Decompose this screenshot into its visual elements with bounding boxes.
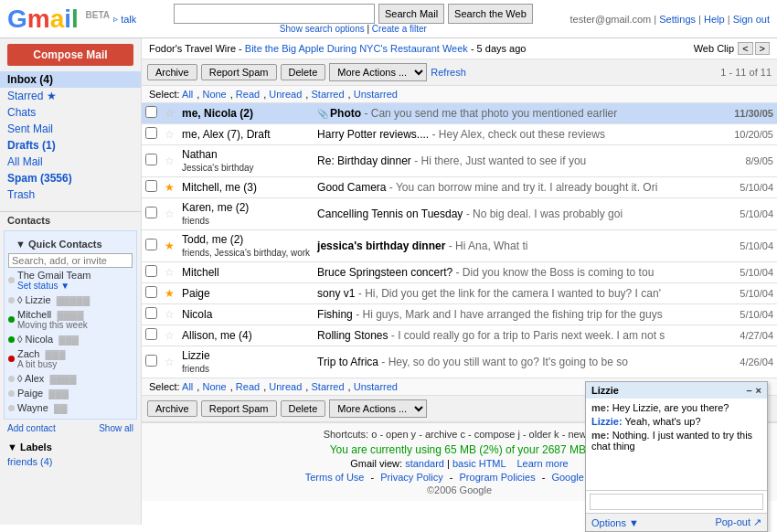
- table-row[interactable]: ☆ NathanJessica's birthday Re: Birthday …: [142, 145, 777, 177]
- labels-title[interactable]: ▼ Labels: [0, 439, 141, 455]
- email-subject[interactable]: Rolling Stones - I could really go for a…: [314, 325, 718, 346]
- table-row[interactable]: ★ Mitchell, me (3) Good Camera - You can…: [142, 177, 777, 198]
- search-mail-button[interactable]: Search Mail: [378, 4, 444, 24]
- email-star[interactable]: ★: [161, 230, 178, 262]
- email-checkbox[interactable]: [145, 207, 157, 218]
- email-checkbox[interactable]: [145, 355, 157, 367]
- email-checkbox[interactable]: [145, 328, 157, 340]
- email-star[interactable]: ☆: [161, 346, 178, 378]
- qc-item-zach[interactable]: Zach ▓▓▓ A bit busy: [8, 346, 133, 371]
- email-sender[interactable]: Karen, me (2)friends: [178, 198, 314, 230]
- email-subject[interactable]: jessica's birthday dinner - Hi Ana, What…: [314, 230, 718, 262]
- quick-contacts-search[interactable]: [8, 253, 133, 268]
- email-star[interactable]: ☆: [161, 103, 178, 124]
- table-row[interactable]: ☆ me, Nicola (2) 📎Photo - Can you send m…: [142, 103, 777, 124]
- sidebar-item-drafts[interactable]: Drafts (1): [0, 137, 141, 154]
- email-subject[interactable]: Cancelling Tennis on Tuesday - No big de…: [314, 198, 718, 230]
- refresh-link[interactable]: Refresh: [431, 67, 466, 78]
- sidebar-item-starred[interactable]: Starred ★: [0, 88, 141, 104]
- basic-html-link[interactable]: basic HTML: [452, 458, 506, 469]
- qc-item-gmailteam[interactable]: The Gmail Team Set status ▼: [8, 268, 133, 293]
- archive-button[interactable]: Archive: [147, 64, 197, 80]
- email-subject[interactable]: Good Camera - You can borrow mine and tr…: [314, 177, 718, 198]
- settings-link[interactable]: Settings: [659, 14, 696, 25]
- table-row[interactable]: ☆ Mitchell Bruce Springsteen concert? - …: [142, 262, 777, 283]
- standard-view-link[interactable]: standard: [405, 458, 444, 469]
- email-checkbox[interactable]: [145, 154, 157, 165]
- email-sender[interactable]: me, Nicola (2): [178, 103, 314, 124]
- email-subject[interactable]: 📎Photo - Can you send me that photo you …: [314, 103, 718, 124]
- email-sender[interactable]: Mitchell, me (3): [178, 177, 314, 198]
- add-contact-link[interactable]: Add contact: [7, 423, 56, 433]
- search-input[interactable]: [174, 4, 375, 24]
- report-spam-button-bottom[interactable]: Report Spam: [201, 400, 277, 417]
- report-spam-button[interactable]: Report Spam: [201, 64, 277, 80]
- sidebar-item-inbox[interactable]: Inbox (4): [0, 71, 141, 88]
- qc-item-nicola[interactable]: ◊ Nicola ▓▓▓: [8, 332, 133, 346]
- select-starred-link[interactable]: Starred: [311, 89, 344, 100]
- delete-button-bottom[interactable]: Delete: [281, 400, 326, 417]
- table-row[interactable]: ☆ Nicola Fishing - Hi guys, Mark and I h…: [142, 304, 777, 325]
- email-subject[interactable]: Re: Birthday dinner - Hi there, Just wan…: [314, 145, 718, 177]
- sidebar-item-allmail[interactable]: All Mail: [0, 154, 141, 170]
- talk-link[interactable]: ▹ talk: [113, 14, 136, 25]
- table-row[interactable]: ★ Paige sony v1 - Hi, Did you get the li…: [142, 283, 777, 304]
- email-star[interactable]: ☆: [161, 124, 178, 145]
- email-sender[interactable]: NathanJessica's birthday: [178, 145, 314, 177]
- email-star[interactable]: ☆: [161, 325, 178, 346]
- webclip-link[interactable]: Bite the Big Apple During NYC's Restaura…: [245, 43, 468, 54]
- chat-minimize-button[interactable]: –: [746, 385, 751, 396]
- contacts-link[interactable]: Contacts: [0, 211, 141, 229]
- more-actions-select[interactable]: More Actions ...: [329, 63, 427, 81]
- table-row[interactable]: ☆ me, Alex (7), Draft Harry Potter revie…: [142, 124, 777, 145]
- email-subject[interactable]: Fishing - Hi guys, Mark and I have arran…: [314, 304, 718, 325]
- email-sender[interactable]: Lizziefriends: [178, 346, 314, 378]
- chat-options-link[interactable]: Options ▼: [591, 517, 639, 528]
- select-none-link[interactable]: None: [202, 89, 226, 100]
- sidebar-item-spam[interactable]: Spam (3556): [0, 170, 141, 186]
- chat-input[interactable]: [590, 494, 763, 510]
- email-sender[interactable]: Nicola: [178, 304, 314, 325]
- email-checkbox[interactable]: [145, 286, 157, 298]
- email-sender[interactable]: Allison, me (4): [178, 325, 314, 346]
- email-checkbox[interactable]: [145, 127, 157, 139]
- label-friends[interactable]: friends (4): [0, 455, 141, 468]
- signout-link[interactable]: Sign out: [733, 14, 770, 25]
- email-checkbox[interactable]: [145, 106, 157, 118]
- table-row[interactable]: ☆ Allison, me (4) Rolling Stones - I cou…: [142, 325, 777, 346]
- select-all-link-bottom[interactable]: All: [182, 381, 193, 392]
- email-star[interactable]: ☆: [161, 145, 178, 177]
- show-all-link[interactable]: Show all: [99, 423, 133, 433]
- chat-close-button[interactable]: ×: [756, 385, 761, 396]
- email-checkbox[interactable]: [145, 239, 157, 250]
- select-unstarred-link[interactable]: Unstarred: [354, 89, 398, 100]
- privacy-link[interactable]: Privacy Policy: [380, 472, 442, 483]
- search-web-button[interactable]: Search the Web: [448, 4, 533, 24]
- terms-link[interactable]: Terms of Use: [305, 472, 365, 483]
- email-sender[interactable]: me, Alex (7), Draft: [178, 124, 314, 145]
- create-filter-link[interactable]: Create a filter: [372, 24, 427, 34]
- compose-button[interactable]: Compose Mail: [7, 44, 133, 66]
- qc-item-mitchell[interactable]: Mitchell ▓▓▓▓ Moving this week: [8, 307, 133, 332]
- select-read-link[interactable]: Read: [236, 89, 260, 100]
- email-sender[interactable]: Paige: [178, 283, 314, 304]
- email-checkbox[interactable]: [145, 180, 157, 192]
- chat-popout-link[interactable]: Pop-out ↗: [715, 516, 761, 528]
- email-star[interactable]: ★: [161, 177, 178, 198]
- email-checkbox[interactable]: [145, 307, 157, 319]
- email-star[interactable]: ★: [161, 283, 178, 304]
- select-read-link-bottom[interactable]: Read: [236, 381, 260, 392]
- table-row[interactable]: ☆ Karen, me (2)friends Cancelling Tennis…: [142, 198, 777, 230]
- email-subject[interactable]: Trip to Africa - Hey, so do you still wa…: [314, 346, 718, 378]
- archive-button-bottom[interactable]: Archive: [147, 400, 197, 417]
- qc-item-wayne[interactable]: Wayne ▓▓: [8, 400, 133, 415]
- help-link[interactable]: Help: [704, 14, 725, 25]
- webclip-next-button[interactable]: >: [755, 42, 770, 55]
- more-actions-select-bottom[interactable]: More Actions ...: [329, 399, 427, 418]
- email-star[interactable]: ☆: [161, 304, 178, 325]
- select-none-link-bottom[interactable]: None: [202, 381, 226, 392]
- quick-contacts-title[interactable]: ▼ Quick Contacts: [8, 235, 133, 253]
- sidebar-item-chats[interactable]: Chats: [0, 104, 141, 121]
- select-all-link[interactable]: All: [182, 89, 193, 100]
- webclip-prev-button[interactable]: <: [738, 42, 752, 55]
